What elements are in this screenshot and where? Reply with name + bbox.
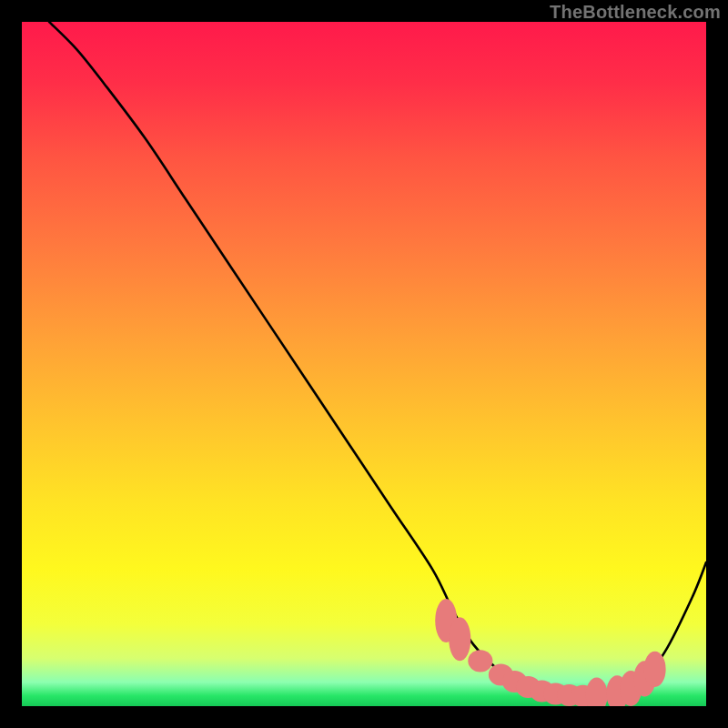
optimal-band-markers [435, 599, 665, 706]
curve-layer [22, 22, 706, 706]
optimal-marker [468, 650, 492, 672]
plot-area [22, 22, 706, 706]
watermark-text: TheBottleneck.com [550, 2, 721, 23]
optimal-marker [644, 652, 666, 687]
optimal-marker [586, 677, 608, 706]
optimal-marker [449, 617, 470, 661]
chart-frame: TheBottleneck.com [0, 0, 728, 728]
bottleneck-curve [49, 22, 706, 697]
